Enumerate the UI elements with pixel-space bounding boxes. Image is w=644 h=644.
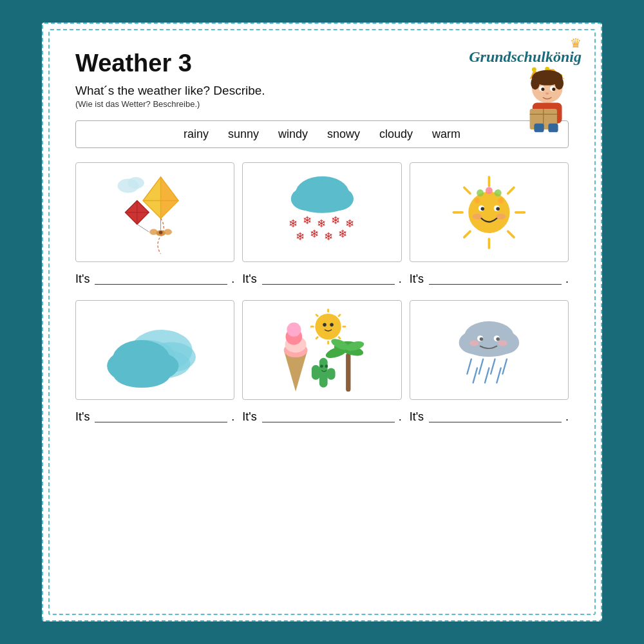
answer-item-1: It's . [75, 270, 234, 289]
dot-2: . [399, 272, 402, 286]
answer-item-5: It's . [242, 408, 401, 426]
cloudy-illustration [84, 306, 226, 395]
svg-line-50 [508, 231, 514, 237]
svg-point-31 [159, 231, 163, 234]
svg-point-37 [296, 191, 349, 213]
word-windy: windy [278, 128, 308, 141]
svg-rect-92 [311, 365, 319, 379]
kite-illustration [84, 168, 226, 257]
answer-line-5[interactable] [262, 422, 395, 422]
svg-line-116 [473, 368, 477, 383]
svg-point-6 [531, 77, 540, 90]
subtitle-de: (Wie ist das Wetter? Beschreibe.) [75, 99, 569, 109]
its-label-2: It's [242, 272, 256, 286]
dot-4: . [231, 410, 234, 424]
answer-item-4: It's . [75, 408, 234, 426]
svg-point-62 [477, 189, 484, 196]
worksheet-page: ♛ Grundschulkönig [42, 23, 602, 621]
svg-point-29 [149, 229, 158, 234]
its-label-5: It's [242, 410, 256, 424]
its-label-4: It's [75, 410, 90, 424]
svg-point-55 [468, 191, 509, 232]
svg-line-113 [479, 359, 483, 374]
svg-point-95 [325, 365, 328, 368]
svg-rect-17 [534, 124, 544, 133]
svg-point-11 [552, 88, 555, 91]
svg-point-110 [469, 340, 479, 346]
dot-6: . [565, 410, 569, 424]
svg-rect-96 [346, 353, 350, 392]
svg-text:❄: ❄ [324, 231, 333, 243]
word-sunny: sunny [228, 128, 259, 141]
its-label-3: It's [410, 272, 424, 286]
svg-point-63 [486, 187, 493, 194]
svg-point-58 [480, 207, 484, 211]
svg-point-74 [113, 360, 171, 387]
image-cell-warm [242, 300, 401, 400]
svg-line-52 [464, 231, 470, 237]
word-snowy: snowy [327, 128, 360, 141]
svg-point-59 [496, 207, 500, 211]
svg-line-79 [338, 336, 341, 339]
svg-point-66 [474, 198, 480, 204]
image-row-1: ❄ ❄ ❄ ❄ ❄ ❄ ❄ ❄ ❄ [75, 162, 569, 262]
svg-point-1 [532, 68, 536, 72]
svg-text:❄: ❄ [331, 214, 340, 227]
dot-1: . [231, 272, 234, 286]
image-row-2 [75, 300, 569, 400]
svg-line-81 [316, 336, 318, 339]
svg-point-7 [555, 77, 564, 90]
answer-line-6[interactable] [429, 422, 562, 422]
svg-line-112 [467, 359, 471, 374]
snow-illustration: ❄ ❄ ❄ ❄ ❄ ❄ ❄ ❄ ❄ [251, 168, 393, 257]
svg-point-105 [463, 336, 515, 357]
warm-illustration [251, 306, 393, 395]
svg-line-118 [497, 368, 500, 383]
answer-line-4[interactable] [95, 422, 227, 422]
svg-line-48 [508, 187, 514, 193]
dot-3: . [565, 272, 569, 286]
svg-point-108 [480, 337, 484, 341]
svg-point-65 [498, 198, 504, 204]
answer-line-3[interactable] [429, 284, 562, 285]
subtitle-en: What´s the weather like? Describe. [75, 84, 569, 98]
svg-text:❄: ❄ [338, 228, 347, 240]
svg-point-84 [323, 323, 327, 327]
word-warm: warm [432, 128, 460, 141]
svg-line-115 [502, 359, 506, 374]
dot-5: . [399, 410, 402, 424]
svg-text:❄: ❄ [310, 228, 319, 240]
image-cell-sunny [410, 162, 569, 262]
mascot-illustration [511, 62, 582, 133]
svg-point-12 [545, 93, 549, 95]
svg-rect-93 [327, 368, 335, 379]
answer-row-2: It's . It's . It's . [75, 408, 569, 426]
svg-point-111 [498, 340, 507, 346]
svg-point-30 [164, 229, 172, 234]
svg-point-20 [128, 176, 144, 188]
answer-row-1: It's . It's . It's . [75, 270, 569, 289]
svg-line-114 [491, 359, 495, 374]
answer-line-1[interactable] [95, 284, 227, 285]
svg-line-54 [464, 187, 470, 193]
word-cloudy: cloudy [379, 128, 413, 141]
svg-line-83 [316, 314, 318, 317]
logo-area: ♛ Grundschulkönig [469, 35, 582, 66]
svg-point-60 [473, 213, 482, 219]
svg-point-10 [541, 88, 544, 91]
its-label-1: It's [75, 272, 90, 286]
svg-point-75 [315, 314, 341, 339]
svg-text:❄: ❄ [303, 214, 312, 227]
word-bank: rainy sunny windy snowy cloudy warm [75, 120, 569, 148]
svg-point-109 [496, 337, 500, 341]
svg-rect-18 [548, 124, 558, 133]
answer-line-2[interactable] [262, 284, 395, 285]
rainy-illustration [418, 306, 560, 395]
svg-line-33 [137, 224, 149, 232]
svg-point-64 [495, 189, 502, 196]
svg-rect-91 [319, 357, 327, 387]
word-rainy: rainy [184, 128, 209, 141]
svg-point-85 [330, 323, 334, 327]
svg-text:❄: ❄ [289, 217, 298, 229]
answer-item-2: It's . [242, 270, 401, 289]
